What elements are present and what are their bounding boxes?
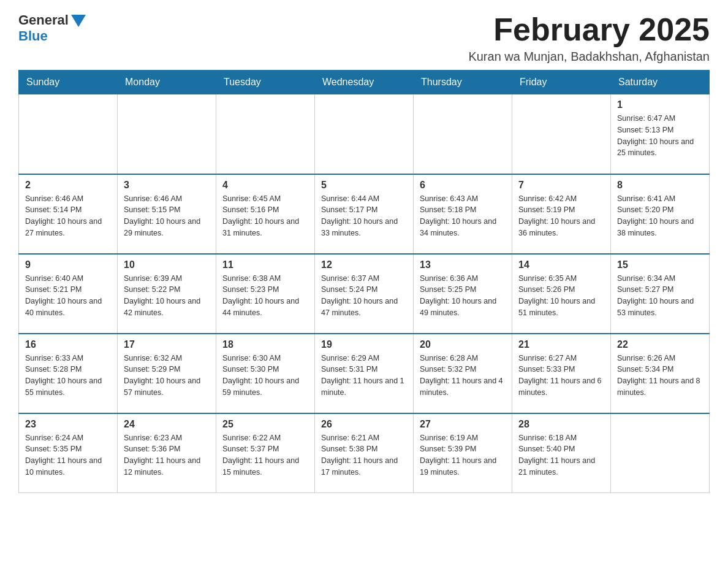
day-info: Sunrise: 6:32 AMSunset: 5:29 PMDaylight:… (124, 353, 210, 399)
day-info: Sunrise: 6:18 AMSunset: 5:40 PMDaylight:… (518, 432, 604, 478)
day-number: 20 (420, 339, 506, 350)
calendar-day-cell: 21Sunrise: 6:27 AMSunset: 5:33 PMDayligh… (512, 334, 611, 413)
day-info: Sunrise: 6:30 AMSunset: 5:30 PMDaylight:… (222, 353, 308, 399)
calendar-week-row: 16Sunrise: 6:33 AMSunset: 5:28 PMDayligh… (19, 334, 710, 413)
day-number: 8 (617, 180, 703, 191)
day-info: Sunrise: 6:37 AMSunset: 5:24 PMDaylight:… (321, 273, 407, 319)
logo: General Blue (18, 12, 86, 44)
title-section: February 2025 Kuran wa Munjan, Badakhsha… (468, 12, 710, 64)
day-number: 26 (321, 419, 407, 430)
day-info: Sunrise: 6:35 AMSunset: 5:26 PMDaylight:… (518, 273, 604, 319)
day-number: 17 (124, 339, 210, 350)
header-monday: Monday (118, 71, 216, 94)
calendar-day-cell: 16Sunrise: 6:33 AMSunset: 5:28 PMDayligh… (19, 334, 118, 413)
calendar-day-cell: 5Sunrise: 6:44 AMSunset: 5:17 PMDaylight… (315, 174, 414, 254)
calendar-day-cell: 22Sunrise: 6:26 AMSunset: 5:34 PMDayligh… (611, 334, 710, 413)
day-number: 27 (420, 419, 506, 430)
calendar-header-row: Sunday Monday Tuesday Wednesday Thursday… (19, 71, 710, 94)
day-number: 13 (420, 259, 506, 270)
day-number: 7 (518, 180, 604, 191)
calendar-day-cell: 7Sunrise: 6:42 AMSunset: 5:19 PMDaylight… (512, 174, 611, 254)
calendar-day-cell (611, 413, 710, 493)
calendar-week-row: 23Sunrise: 6:24 AMSunset: 5:35 PMDayligh… (19, 413, 710, 493)
day-info: Sunrise: 6:47 AMSunset: 5:13 PMDaylight:… (617, 113, 703, 159)
calendar-day-cell: 17Sunrise: 6:32 AMSunset: 5:29 PMDayligh… (118, 334, 216, 413)
calendar-table: Sunday Monday Tuesday Wednesday Thursday… (18, 70, 710, 493)
calendar-day-cell: 26Sunrise: 6:21 AMSunset: 5:38 PMDayligh… (315, 413, 414, 493)
calendar-day-cell (414, 94, 512, 174)
day-info: Sunrise: 6:21 AMSunset: 5:38 PMDaylight:… (321, 432, 407, 478)
day-info: Sunrise: 6:33 AMSunset: 5:28 PMDaylight:… (25, 353, 111, 399)
day-info: Sunrise: 6:24 AMSunset: 5:35 PMDaylight:… (25, 432, 111, 478)
day-number: 11 (222, 259, 308, 270)
calendar-day-cell: 13Sunrise: 6:36 AMSunset: 5:25 PMDayligh… (414, 254, 512, 334)
day-info: Sunrise: 6:19 AMSunset: 5:39 PMDaylight:… (420, 432, 506, 478)
day-number: 18 (222, 339, 308, 350)
day-number: 2 (25, 180, 111, 191)
calendar-day-cell: 15Sunrise: 6:34 AMSunset: 5:27 PMDayligh… (611, 254, 710, 334)
day-number: 9 (25, 259, 111, 270)
day-number: 21 (518, 339, 604, 350)
calendar-day-cell (512, 94, 611, 174)
calendar-day-cell (315, 94, 414, 174)
day-number: 23 (25, 419, 111, 430)
day-number: 19 (321, 339, 407, 350)
calendar-day-cell: 3Sunrise: 6:46 AMSunset: 5:15 PMDaylight… (118, 174, 216, 254)
day-info: Sunrise: 6:46 AMSunset: 5:14 PMDaylight:… (25, 193, 111, 239)
header-sunday: Sunday (19, 71, 118, 94)
day-number: 3 (124, 180, 210, 191)
day-info: Sunrise: 6:40 AMSunset: 5:21 PMDaylight:… (25, 273, 111, 319)
day-info: Sunrise: 6:46 AMSunset: 5:15 PMDaylight:… (124, 193, 210, 239)
calendar-week-row: 9Sunrise: 6:40 AMSunset: 5:21 PMDaylight… (19, 254, 710, 334)
calendar-day-cell: 10Sunrise: 6:39 AMSunset: 5:22 PMDayligh… (118, 254, 216, 334)
calendar-day-cell: 23Sunrise: 6:24 AMSunset: 5:35 PMDayligh… (19, 413, 118, 493)
calendar-day-cell: 28Sunrise: 6:18 AMSunset: 5:40 PMDayligh… (512, 413, 611, 493)
calendar-day-cell: 9Sunrise: 6:40 AMSunset: 5:21 PMDaylight… (19, 254, 118, 334)
day-info: Sunrise: 6:22 AMSunset: 5:37 PMDaylight:… (222, 432, 308, 478)
calendar-day-cell: 14Sunrise: 6:35 AMSunset: 5:26 PMDayligh… (512, 254, 611, 334)
calendar-day-cell: 25Sunrise: 6:22 AMSunset: 5:37 PMDayligh… (216, 413, 315, 493)
header-tuesday: Tuesday (216, 71, 315, 94)
day-number: 14 (518, 259, 604, 270)
calendar-day-cell: 6Sunrise: 6:43 AMSunset: 5:18 PMDaylight… (414, 174, 512, 254)
calendar-day-cell: 19Sunrise: 6:29 AMSunset: 5:31 PMDayligh… (315, 334, 414, 413)
day-number: 16 (25, 339, 111, 350)
logo-general: General (18, 12, 69, 28)
day-info: Sunrise: 6:34 AMSunset: 5:27 PMDaylight:… (617, 273, 703, 319)
header-wednesday: Wednesday (315, 71, 414, 94)
header-saturday: Saturday (611, 71, 710, 94)
day-info: Sunrise: 6:44 AMSunset: 5:17 PMDaylight:… (321, 193, 407, 239)
header-friday: Friday (512, 71, 611, 94)
day-number: 12 (321, 259, 407, 270)
day-info: Sunrise: 6:28 AMSunset: 5:32 PMDaylight:… (420, 353, 506, 399)
month-title: February 2025 (468, 12, 710, 47)
day-info: Sunrise: 6:27 AMSunset: 5:33 PMDaylight:… (518, 353, 604, 399)
calendar-day-cell: 4Sunrise: 6:45 AMSunset: 5:16 PMDaylight… (216, 174, 315, 254)
day-info: Sunrise: 6:41 AMSunset: 5:20 PMDaylight:… (617, 193, 703, 239)
calendar-day-cell: 11Sunrise: 6:38 AMSunset: 5:23 PMDayligh… (216, 254, 315, 334)
calendar-day-cell: 18Sunrise: 6:30 AMSunset: 5:30 PMDayligh… (216, 334, 315, 413)
calendar-day-cell: 2Sunrise: 6:46 AMSunset: 5:14 PMDaylight… (19, 174, 118, 254)
location-subtitle: Kuran wa Munjan, Badakhshan, Afghanistan (468, 50, 710, 64)
calendar-day-cell: 20Sunrise: 6:28 AMSunset: 5:32 PMDayligh… (414, 334, 512, 413)
header-thursday: Thursday (414, 71, 512, 94)
day-number: 24 (124, 419, 210, 430)
calendar-day-cell (216, 94, 315, 174)
day-info: Sunrise: 6:38 AMSunset: 5:23 PMDaylight:… (222, 273, 308, 319)
day-info: Sunrise: 6:43 AMSunset: 5:18 PMDaylight:… (420, 193, 506, 239)
calendar-day-cell: 24Sunrise: 6:23 AMSunset: 5:36 PMDayligh… (118, 413, 216, 493)
calendar-day-cell (118, 94, 216, 174)
calendar-week-row: 1Sunrise: 6:47 AMSunset: 5:13 PMDaylight… (19, 94, 710, 174)
day-number: 10 (124, 259, 210, 270)
logo-blue: Blue (18, 28, 48, 44)
day-info: Sunrise: 6:36 AMSunset: 5:25 PMDaylight:… (420, 273, 506, 319)
day-number: 6 (420, 180, 506, 191)
day-info: Sunrise: 6:26 AMSunset: 5:34 PMDaylight:… (617, 353, 703, 399)
day-info: Sunrise: 6:23 AMSunset: 5:36 PMDaylight:… (124, 432, 210, 478)
day-info: Sunrise: 6:42 AMSunset: 5:19 PMDaylight:… (518, 193, 604, 239)
calendar-day-cell: 1Sunrise: 6:47 AMSunset: 5:13 PMDaylight… (611, 94, 710, 174)
calendar-day-cell: 12Sunrise: 6:37 AMSunset: 5:24 PMDayligh… (315, 254, 414, 334)
day-number: 15 (617, 259, 703, 270)
calendar-week-row: 2Sunrise: 6:46 AMSunset: 5:14 PMDaylight… (19, 174, 710, 254)
calendar-day-cell: 8Sunrise: 6:41 AMSunset: 5:20 PMDaylight… (611, 174, 710, 254)
